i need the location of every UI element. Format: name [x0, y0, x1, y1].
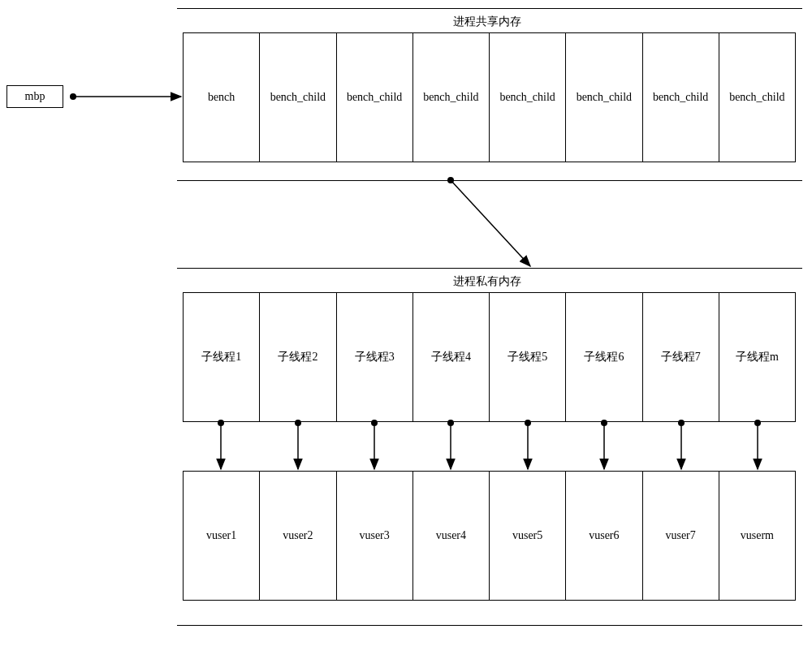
vuser-cell-7-label: vuserm	[741, 529, 774, 542]
thread-cell-7: 子线程m	[719, 293, 795, 421]
thread-cell-3: 子线程4	[413, 293, 490, 421]
thread-cell-5-label: 子线程6	[584, 350, 624, 364]
vusers-row: vuser1 vuser2 vuser3 vuser4 vuser5 vuser…	[183, 471, 796, 601]
shared-cell-5-label: bench_child	[577, 91, 632, 104]
vuser-cell-7: vuserm	[719, 472, 795, 600]
vuser-cell-0: vuser1	[184, 472, 260, 600]
shared-cell-2: bench_child	[337, 33, 413, 162]
thread-cell-6-label: 子线程7	[661, 350, 701, 364]
thread-vuser-arrows	[218, 420, 761, 469]
shared-cell-6-label: bench_child	[653, 91, 708, 104]
vuser-cell-6-label: vuser7	[665, 529, 695, 542]
vuser-cell-4-label: vuser5	[512, 529, 542, 542]
vuser-cell-3-label: vuser4	[436, 529, 466, 542]
shared-cell-1-label: bench_child	[270, 91, 326, 104]
shared-cell-5: bench_child	[566, 33, 642, 162]
shared-cell-4-label: bench_child	[499, 91, 555, 104]
threads-row: 子线程1 子线程2 子线程3 子线程4 子线程5 子线程6 子线程7 子线程m	[183, 292, 796, 422]
thread-cell-0: 子线程1	[184, 293, 260, 421]
private-section-bottom-line	[177, 625, 802, 626]
vuser-cell-4: vuser5	[490, 472, 566, 600]
vuser-cell-2-label: vuser3	[359, 529, 389, 542]
thread-cell-5: 子线程6	[566, 293, 642, 421]
vuser-cell-1-label: vuser2	[283, 529, 313, 542]
shared-section-bottom-line	[177, 180, 802, 181]
vuser-cell-6: vuser7	[643, 472, 719, 600]
shared-section-top-line	[177, 8, 802, 9]
thread-cell-6: 子线程7	[643, 293, 719, 421]
thread-cell-4-label: 子线程5	[508, 350, 547, 364]
vuser-cell-5: vuser6	[566, 472, 642, 600]
shared-cell-2-label: bench_child	[347, 91, 402, 104]
vuser-cell-1: vuser2	[260, 472, 336, 600]
shared-cell-3-label: bench_child	[423, 91, 478, 104]
shared-cell-7: bench_child	[719, 33, 795, 162]
mbp-arrow-dot	[70, 93, 76, 100]
mbp-box: mbp	[6, 85, 63, 108]
shared-cell-3: bench_child	[413, 33, 490, 162]
shared-cell-4: bench_child	[490, 33, 566, 162]
private-section-top-line	[177, 268, 802, 269]
vuser-cell-5-label: vuser6	[589, 529, 619, 542]
thread-cell-2-label: 子线程3	[355, 350, 395, 364]
mbp-label: mbp	[25, 90, 45, 103]
shared-cell-0-label: bench	[208, 91, 235, 104]
private-section-title: 进程私有内存	[406, 274, 568, 289]
vuser-cell-3: vuser4	[413, 472, 490, 600]
thread-cell-3-label: 子线程4	[431, 350, 471, 364]
shared-cell-7-label: bench_child	[729, 91, 784, 104]
thread-cell-1-label: 子线程2	[278, 350, 317, 364]
shared-memory-row: bench bench_child bench_child bench_chil…	[183, 32, 796, 162]
vuser-cell-2: vuser3	[337, 472, 413, 600]
thread-cell-1: 子线程2	[260, 293, 336, 421]
thread-cell-0-label: 子线程1	[201, 350, 241, 364]
shared-cell-0: bench	[184, 33, 260, 162]
thread-cell-4: 子线程5	[490, 293, 566, 421]
vuser-cell-0-label: vuser1	[206, 529, 236, 542]
thread-cell-2: 子线程3	[337, 293, 413, 421]
thread-cell-7-label: 子线程m	[736, 350, 779, 364]
shared-section-title: 进程共享内存	[406, 15, 568, 29]
shared-cell-6: bench_child	[643, 33, 719, 162]
shared-cell-1: bench_child	[260, 33, 336, 162]
shared-to-private-arrow	[451, 180, 530, 266]
